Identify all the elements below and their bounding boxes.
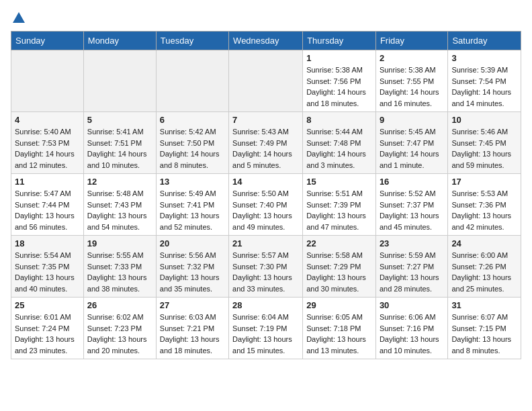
day-info: Sunrise: 5:45 AMSunset: 7:47 PMDaylight:… (380, 126, 445, 171)
sunset-text: Sunset: 7:24 PM (15, 323, 80, 334)
calendar-header: SundayMondayTuesdayWednesdayThursdayFrid… (11, 32, 521, 50)
sunset-text: Sunset: 7:56 PM (306, 76, 372, 87)
sunset-text: Sunset: 7:18 PM (306, 323, 372, 334)
calendar-cell: 14Sunrise: 5:50 AMSunset: 7:40 PMDayligh… (229, 174, 303, 236)
sunset-text: Sunset: 7:27 PM (380, 261, 445, 273)
sunrise-text: Sunrise: 5:48 AM (87, 188, 152, 199)
daylight-text: and 16 minutes. (380, 98, 445, 109)
weekday-header: Monday (83, 32, 156, 50)
sunset-text: Sunset: 7:49 PM (232, 138, 299, 149)
sunset-text: Sunset: 7:53 PM (15, 138, 80, 149)
day-number: 9 (380, 115, 445, 125)
day-info: Sunrise: 5:57 AMSunset: 7:30 PMDaylight:… (232, 250, 299, 294)
calendar-cell: 12Sunrise: 5:48 AMSunset: 7:43 PMDayligh… (83, 174, 156, 236)
daylight-text: and 5 minutes. (232, 160, 299, 171)
sunset-text: Sunset: 7:19 PM (232, 323, 299, 334)
day-number: 27 (160, 300, 225, 310)
calendar-cell: 7Sunrise: 5:43 AMSunset: 7:49 PMDaylight… (229, 112, 303, 174)
daylight-text: and 18 minutes. (306, 98, 372, 109)
calendar-cell (83, 50, 156, 112)
day-info: Sunrise: 6:06 AMSunset: 7:16 PMDaylight:… (380, 312, 445, 356)
daylight-text: Daylight: 14 hours (380, 148, 445, 160)
day-info: Sunrise: 5:58 AMSunset: 7:29 PMDaylight:… (306, 250, 372, 294)
daylight-text: and 56 minutes. (15, 222, 80, 233)
header (11, 11, 521, 23)
day-number: 22 (306, 238, 372, 248)
sunrise-text: Sunrise: 5:58 AM (306, 250, 372, 261)
sunrise-text: Sunrise: 6:05 AM (306, 312, 372, 323)
daylight-text: Daylight: 14 hours (232, 148, 299, 160)
daylight-text: and 35 minutes. (160, 283, 225, 295)
daylight-text: and 33 minutes. (232, 283, 299, 295)
calendar-cell: 28Sunrise: 6:04 AMSunset: 7:19 PMDayligh… (229, 298, 303, 359)
daylight-text: Daylight: 13 hours (306, 334, 372, 345)
daylight-text: Daylight: 13 hours (160, 334, 225, 345)
day-number: 8 (306, 115, 372, 125)
sunset-text: Sunset: 7:23 PM (87, 323, 152, 334)
daylight-text: and 38 minutes. (87, 283, 152, 295)
day-info: Sunrise: 5:44 AMSunset: 7:48 PMDaylight:… (306, 126, 372, 171)
calendar-cell: 1Sunrise: 5:38 AMSunset: 7:56 PMDaylight… (303, 50, 376, 112)
day-number: 10 (451, 115, 517, 125)
day-info: Sunrise: 6:07 AMSunset: 7:15 PMDaylight:… (451, 312, 517, 356)
daylight-text: and 3 minutes. (306, 160, 372, 171)
daylight-text: and 15 minutes. (232, 345, 299, 357)
day-info: Sunrise: 5:51 AMSunset: 7:39 PMDaylight:… (306, 188, 372, 232)
day-number: 7 (232, 115, 299, 125)
calendar-cell (11, 50, 84, 112)
calendar-cell: 22Sunrise: 5:58 AMSunset: 7:29 PMDayligh… (303, 236, 376, 298)
daylight-text: Daylight: 14 hours (451, 87, 517, 98)
calendar-cell: 3Sunrise: 5:39 AMSunset: 7:54 PMDaylight… (448, 50, 521, 112)
sunrise-text: Sunrise: 5:44 AM (306, 126, 372, 138)
daylight-text: Daylight: 13 hours (306, 210, 372, 222)
day-number: 4 (15, 115, 80, 125)
daylight-text: and 10 minutes. (87, 160, 152, 171)
day-number: 3 (451, 53, 517, 63)
day-number: 18 (15, 238, 80, 248)
sunrise-text: Sunrise: 5:49 AM (160, 188, 225, 199)
day-info: Sunrise: 6:00 AMSunset: 7:26 PMDaylight:… (451, 250, 517, 294)
day-info: Sunrise: 5:42 AMSunset: 7:50 PMDaylight:… (160, 126, 225, 171)
daylight-text: and 12 minutes. (15, 160, 80, 171)
weekday-header: Thursday (303, 32, 376, 50)
sunrise-text: Sunrise: 5:53 AM (451, 188, 517, 199)
daylight-text: Daylight: 13 hours (380, 334, 445, 345)
svg-marker-0 (13, 12, 25, 23)
day-info: Sunrise: 5:53 AMSunset: 7:36 PMDaylight:… (451, 188, 517, 232)
daylight-text: Daylight: 14 hours (380, 87, 445, 98)
day-number: 6 (160, 115, 225, 125)
daylight-text: Daylight: 13 hours (306, 272, 372, 283)
day-info: Sunrise: 5:56 AMSunset: 7:32 PMDaylight:… (160, 250, 225, 294)
calendar-cell: 26Sunrise: 6:02 AMSunset: 7:23 PMDayligh… (83, 298, 156, 359)
sunrise-text: Sunrise: 5:40 AM (15, 126, 80, 138)
daylight-text: Daylight: 13 hours (87, 334, 152, 345)
calendar-cell: 8Sunrise: 5:44 AMSunset: 7:48 PMDaylight… (303, 112, 376, 174)
daylight-text: and 28 minutes. (380, 283, 445, 295)
calendar-cell: 9Sunrise: 5:45 AMSunset: 7:47 PMDaylight… (375, 112, 448, 174)
daylight-text: Daylight: 13 hours (451, 148, 517, 160)
day-number: 5 (87, 115, 152, 125)
day-info: Sunrise: 5:48 AMSunset: 7:43 PMDaylight:… (87, 188, 152, 232)
calendar-cell: 18Sunrise: 5:54 AMSunset: 7:35 PMDayligh… (11, 236, 84, 298)
sunset-text: Sunset: 7:36 PM (451, 199, 517, 211)
sunrise-text: Sunrise: 5:45 AM (380, 126, 445, 138)
sunset-text: Sunset: 7:15 PM (451, 323, 517, 334)
daylight-text: Daylight: 13 hours (451, 334, 517, 345)
day-info: Sunrise: 6:02 AMSunset: 7:23 PMDaylight:… (87, 312, 152, 356)
sunrise-text: Sunrise: 5:54 AM (15, 250, 80, 261)
daylight-text: and 30 minutes. (306, 283, 372, 295)
day-info: Sunrise: 5:46 AMSunset: 7:45 PMDaylight:… (451, 126, 517, 171)
calendar-cell: 5Sunrise: 5:41 AMSunset: 7:51 PMDaylight… (83, 112, 156, 174)
daylight-text: Daylight: 14 hours (306, 87, 372, 98)
weekday-header: Sunday (11, 32, 84, 50)
calendar-cell: 21Sunrise: 5:57 AMSunset: 7:30 PMDayligh… (229, 236, 303, 298)
sunrise-text: Sunrise: 6:04 AM (232, 312, 299, 323)
sunrise-text: Sunrise: 6:06 AM (380, 312, 445, 323)
calendar-cell: 10Sunrise: 5:46 AMSunset: 7:45 PMDayligh… (448, 112, 521, 174)
weekday-header: Saturday (448, 32, 521, 50)
calendar-cell: 6Sunrise: 5:42 AMSunset: 7:50 PMDaylight… (156, 112, 228, 174)
day-info: Sunrise: 6:05 AMSunset: 7:18 PMDaylight:… (306, 312, 372, 356)
sunrise-text: Sunrise: 5:38 AM (306, 64, 372, 76)
sunrise-text: Sunrise: 5:41 AM (87, 126, 152, 138)
daylight-text: and 52 minutes. (160, 222, 225, 233)
